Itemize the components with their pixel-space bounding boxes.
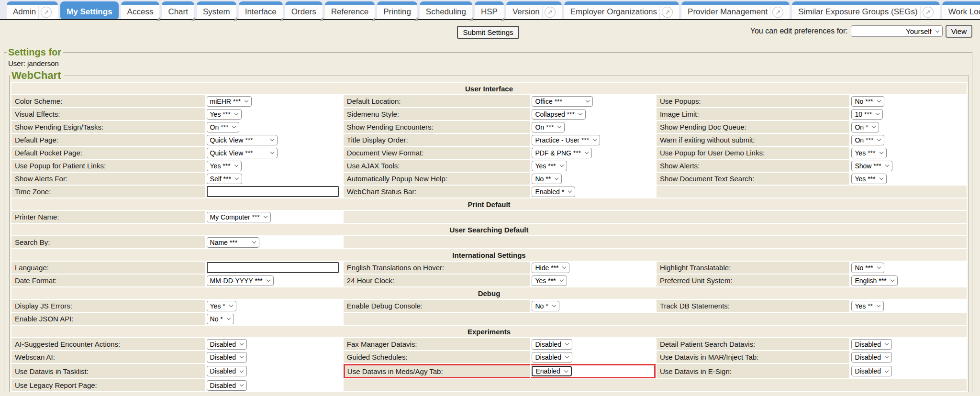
setting-select-warn-if-exiting-without-submit[interactable]: On *** [851,135,884,145]
setting-select-ai-suggested-encounter-actions[interactable]: Disabled [207,339,247,350]
setting-label-show-pending-encounters: Show Pending Encounters: [344,121,530,133]
tab-interface[interactable]: Interface [239,1,283,19]
setting-label-guided-schedules: Guided Schedules: [344,351,530,363]
tab-version[interactable]: Version↗ [506,1,562,19]
setting-select-show-pending-esign-tasks[interactable]: On *** [207,122,240,132]
chevron-down-icon [559,163,563,167]
setting-select-24-hour-clock[interactable]: Yes *** [532,275,567,286]
prefs-label: You can edit preferences for: [750,27,848,35]
setting-select-enable-json-api[interactable]: No * [207,314,234,324]
setting-select-display-js-errors[interactable]: Yes * [207,301,236,311]
popout-icon[interactable]: ↗ [545,7,556,18]
setting-select-search-by[interactable]: Name *** [207,237,259,248]
chevron-down-icon [240,341,244,345]
setting-select-color-scheme[interactable]: miEHR *** [207,96,252,107]
setting-select-enable-debug-console[interactable]: No * [532,301,559,311]
empty-cell [344,211,967,223]
chevron-down-icon [885,341,889,345]
setting-select-default-pocket-page[interactable]: Quick View *** [207,148,278,158]
setting-select-value: Yes ** [855,302,873,310]
tab-chart[interactable]: Chart [162,1,194,19]
setting-select-document-view-format[interactable]: PDF & PNG *** [532,148,592,158]
setting-control-cell: English *** [850,275,967,286]
setting-select-title-display-order[interactable]: Practice - User *** [532,135,600,145]
setting-select-printer-name[interactable]: My Computer *** [207,212,271,222]
setting-control-cell: Disabled [206,338,343,350]
user-line: User: janderson [7,58,969,69]
setting-select-webchart-status-bar[interactable]: Enabled * [532,187,575,197]
setting-input-time-zone[interactable] [207,186,339,197]
popout-icon[interactable]: ↗ [772,7,783,18]
setting-select-detail-patient-search-datavis[interactable]: Disabled [851,339,891,350]
setting-select-default-page[interactable]: Quick View *** [207,135,278,145]
setting-control-cell: Disabled [850,351,967,363]
setting-select-visual-effects[interactable]: Yes *** [207,109,242,120]
tab-my-settings[interactable]: My Settings [60,1,118,19]
settings-row: Time Zone:WebChart Status Bar:Enabled * [11,186,967,198]
setting-select-value: Disabled [210,353,236,361]
setting-select-use-popups[interactable]: No *** [851,96,884,107]
settings-row: Printer Name:My Computer *** [11,211,967,223]
setting-select-use-datavis-in-tasklist[interactable]: Disabled [207,366,247,376]
tab-label: Provider Management [688,7,768,17]
setting-control-cell: Yes * [206,300,343,312]
prefs-user-select[interactable]: Yourself [851,25,943,37]
setting-label-use-datavis-in-e-sign: Use Datavis in E-Sign: [657,364,850,378]
setting-select-use-legacy-report-page[interactable]: Disabled [207,380,247,391]
tab-label: System [203,7,230,17]
tab-reference[interactable]: Reference [325,1,375,19]
setting-select-show-pending-encounters[interactable]: On *** [532,122,565,132]
setting-select-use-popup-for-patient-links[interactable]: Yes *** [207,161,242,171]
setting-select-sidemenu-style[interactable]: Collapsed *** [532,109,586,120]
submit-settings-button[interactable]: Submit Settings [457,26,519,39]
dropdown-fold-icon [469,17,473,21]
tab-provider-management[interactable]: Provider Management↗ [681,1,790,19]
setting-select-use-datavis-in-e-sign[interactable]: Disabled [851,366,891,376]
setting-select-use-datavis-in-mar-inject-tab[interactable]: Disabled [851,352,891,363]
setting-select-use-datavis-in-meds-agy-tab[interactable]: Enabled [532,366,571,376]
setting-select-use-ajax-tools[interactable]: Yes *** [532,161,567,171]
setting-select-image-limit[interactable]: 10 *** [851,109,883,120]
setting-select-show-document-text-search[interactable]: Yes *** [851,174,886,184]
setting-select-use-popup-for-user-demo-links[interactable]: Yes *** [851,148,886,158]
setting-select-track-db-statements[interactable]: Yes ** [851,301,884,311]
tab-printing[interactable]: Printing [377,1,417,19]
popout-icon[interactable]: ↗ [41,7,52,18]
tab-orders[interactable]: Orders [285,1,323,19]
setting-select-show-pending-doc-queue[interactable]: On * [851,122,879,132]
tab-hsp[interactable]: HSP [475,1,504,19]
setting-control-cell: Yes *** [850,173,967,185]
tab-access[interactable]: Access [121,1,160,19]
tab-employer-organizations[interactable]: Employer Organizations↗ [564,1,679,19]
setting-input-language[interactable] [207,262,339,273]
tab-label: HSP [481,7,498,17]
chevron-down-icon [885,163,889,167]
settings-for-fieldset: Settings for User: janderson WebChart Us… [4,47,972,392]
tab-admin[interactable]: Admin↗ [7,1,58,19]
tab-scheduling[interactable]: Scheduling [420,1,472,19]
tab-similar-exposure-groups-segs[interactable]: Similar Exposure Groups (SEGs)↗ [792,1,939,19]
setting-select-automatically-popup-new-help[interactable]: No ** [532,174,562,184]
setting-select-value: Yes * [210,302,225,310]
setting-select-date-format[interactable]: MM-DD-YYYY *** [207,275,274,286]
popout-icon[interactable]: ↗ [923,7,934,18]
setting-label-default-page: Default Page: [11,134,205,146]
setting-control-cell: Yes ** [850,300,967,312]
setting-select-fax-manager-datavis[interactable]: Disabled [532,339,572,350]
setting-select-show-alerts-for[interactable]: Self *** [207,174,242,184]
tab-system[interactable]: System [197,1,236,19]
tab-work-locations[interactable]: Work Locations↗ [942,1,980,19]
setting-select-english-translations-on-hover[interactable]: Hide *** [532,263,569,273]
section-header-user-searching-default: User Searching Default [11,224,967,235]
popout-icon[interactable]: ↗ [662,7,673,18]
setting-label-show-alerts-for: Show Alerts For: [11,173,205,185]
setting-select-show-alerts[interactable]: Show *** [851,161,892,171]
setting-select-highlight-translatable[interactable]: No *** [851,263,884,273]
setting-select-guided-schedules[interactable]: Disabled [532,352,572,363]
setting-select-default-location[interactable]: Office *** [532,96,593,107]
setting-control-cell: No ** [531,173,655,185]
view-button[interactable]: View [946,25,972,38]
setting-select-preferred-unit-system[interactable]: English *** [851,275,897,286]
dropdown-fold-icon [372,17,375,21]
setting-select-webscan-ai[interactable]: Disabled [207,352,247,363]
